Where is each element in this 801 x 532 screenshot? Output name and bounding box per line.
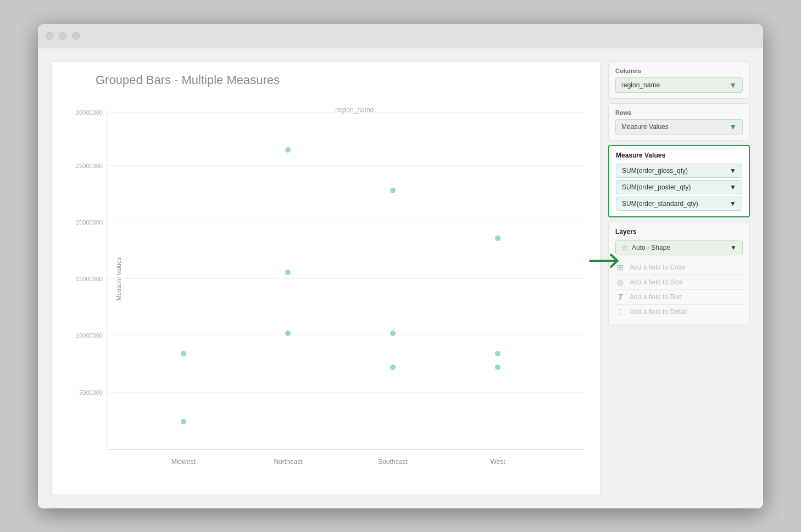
x-label-northeast: Northeast bbox=[274, 458, 302, 466]
y-tick-30m: 30000000 bbox=[69, 110, 103, 116]
columns-value: region_name bbox=[621, 81, 660, 89]
shape-label: Auto - Shape bbox=[632, 244, 670, 251]
columns-dropdown-arrow: ▼ bbox=[729, 81, 737, 89]
dot-midwest-2 bbox=[181, 419, 186, 424]
field-label-color: Add a field to Color bbox=[630, 264, 686, 271]
dot-southeast-2 bbox=[390, 331, 396, 336]
rows-section: Rows Measure Values ▼ bbox=[608, 103, 750, 141]
right-panel: Columns region_name ▼ Rows Measure Value… bbox=[608, 61, 750, 495]
columns-pill[interactable]: region_name ▼ bbox=[615, 77, 743, 93]
window-content: Grouped Bars - Multiple Measures region_… bbox=[38, 48, 763, 508]
window: Grouped Bars - Multiple Measures region_… bbox=[38, 24, 763, 508]
star-icon: ☆ bbox=[621, 243, 628, 252]
field-label-detail: Add a field to Detail bbox=[630, 308, 687, 316]
measure-label-1: SUM(order_gloss_qty) bbox=[622, 167, 688, 175]
arrow-annotation bbox=[589, 251, 627, 272]
dot-west-2 bbox=[495, 351, 500, 356]
field-row-size[interactable]: ◎ Add a field to Size bbox=[615, 275, 743, 289]
dot-southeast-3 bbox=[390, 365, 396, 370]
columns-label: Columns bbox=[615, 68, 743, 74]
x-label-west: West bbox=[490, 458, 505, 466]
measure-label-2: SUM(order_poster_qty) bbox=[622, 183, 691, 191]
chart-inner: region_name Measure Values 5000000 10000… bbox=[68, 98, 589, 483]
size-icon: ◎ bbox=[615, 278, 625, 287]
layers-section: Layers ☆ Auto - Shape ▼ ⊞ Add a field to… bbox=[608, 222, 750, 325]
rows-pill[interactable]: Measure Values ▼ bbox=[615, 119, 743, 135]
x-label-southeast: Southeast bbox=[378, 458, 408, 466]
dot-northeast-2 bbox=[285, 270, 291, 275]
y-axis-label: Measure Values bbox=[115, 257, 122, 301]
layers-title: Layers bbox=[615, 228, 743, 236]
chart-title: Grouped Bars - Multiple Measures bbox=[96, 73, 589, 87]
dot-west-1 bbox=[495, 236, 500, 241]
rows-value: Measure Values bbox=[621, 123, 669, 131]
measure-values-title: Measure Values bbox=[616, 152, 742, 159]
field-label-size: Add a field to Size bbox=[630, 278, 683, 286]
y-tick-25m: 25000000 bbox=[69, 163, 103, 169]
y-tick-20m: 20000000 bbox=[69, 220, 103, 226]
y-tick-10m: 10000000 bbox=[69, 333, 103, 339]
dot-midwest-1 bbox=[181, 351, 186, 356]
measure-arrow-3: ▼ bbox=[730, 200, 736, 208]
main-panel: Grouped Bars - Multiple Measures region_… bbox=[51, 61, 600, 495]
chart-area: region_name Measure Values 5000000 10000… bbox=[68, 93, 589, 484]
field-row-detail[interactable]: ⁚ Add a field to Detail bbox=[615, 304, 743, 319]
measure-values-box: Measure Values SUM(order_gloss_qty) ▼ SU… bbox=[608, 145, 750, 217]
measure-label-3: SUM(order_standard_qty) bbox=[622, 200, 698, 208]
text-icon: T bbox=[615, 293, 625, 301]
measure-pill-2[interactable]: SUM(order_poster_qty) ▼ bbox=[616, 180, 742, 194]
shape-dropdown-arrow: ▼ bbox=[730, 244, 737, 251]
detail-icon: ⁚ bbox=[615, 307, 625, 316]
field-row-color[interactable]: ⊞ Add a field to Color bbox=[615, 260, 743, 275]
y-tick-5m: 5000000 bbox=[69, 390, 103, 396]
y-tick-15m: 15000000 bbox=[69, 276, 103, 282]
x-label-midwest: Midwest bbox=[171, 458, 196, 466]
measure-pill-1[interactable]: SUM(order_gloss_qty) ▼ bbox=[616, 164, 742, 178]
measure-arrow-2: ▼ bbox=[730, 183, 736, 191]
dot-northeast-3 bbox=[285, 331, 291, 336]
title-bar bbox=[38, 24, 763, 48]
dot-west-3 bbox=[495, 365, 500, 370]
columns-section: Columns region_name ▼ bbox=[608, 61, 750, 99]
measure-pill-3[interactable]: SUM(order_standard_qty) ▼ bbox=[616, 197, 742, 211]
traffic-light-close[interactable] bbox=[46, 32, 53, 40]
dot-northeast-1 bbox=[285, 147, 291, 153]
field-row-text[interactable]: T Add a field to Text bbox=[615, 289, 743, 304]
measure-arrow-1: ▼ bbox=[730, 167, 736, 175]
layer-shape-row[interactable]: ☆ Auto - Shape ▼ bbox=[615, 240, 743, 255]
chart-plot: Measure Values 5000000 10000000 15000000… bbox=[107, 109, 583, 450]
rows-label: Rows bbox=[615, 109, 743, 116]
dot-southeast-1 bbox=[390, 188, 396, 193]
traffic-light-maximize[interactable] bbox=[72, 32, 80, 40]
field-label-text: Add a field to Text bbox=[630, 293, 682, 301]
rows-dropdown-arrow: ▼ bbox=[729, 122, 737, 131]
traffic-light-minimize[interactable] bbox=[59, 32, 66, 40]
